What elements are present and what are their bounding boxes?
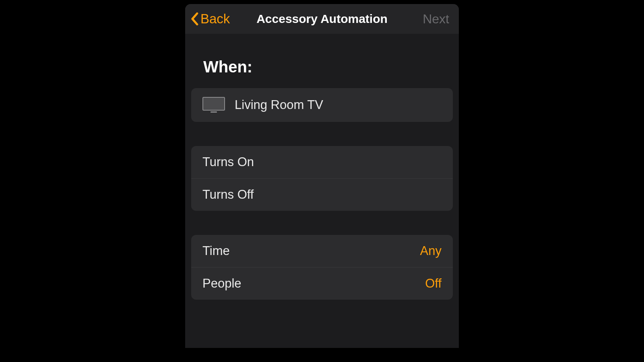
condition-time[interactable]: Time Any: [191, 235, 453, 267]
automation-modal: Back Accessory Automation Next When: Liv…: [185, 4, 459, 348]
tv-icon: [202, 97, 225, 113]
time-value: Any: [420, 244, 442, 258]
section-title: When:: [191, 34, 453, 88]
people-value: Off: [425, 276, 442, 291]
triggers-group: Turns On Turns Off: [191, 146, 453, 211]
chevron-left-icon: [190, 12, 199, 26]
nav-bar: Back Accessory Automation Next: [185, 4, 459, 34]
condition-people[interactable]: People Off: [191, 267, 453, 300]
svg-rect-1: [211, 111, 217, 113]
content-area: When: Living Room TV Turns On Turns Off: [185, 34, 459, 348]
accessory-name: Living Room TV: [235, 98, 442, 112]
back-label: Back: [200, 11, 230, 27]
trigger-off-label: Turns Off: [202, 187, 442, 202]
time-label: Time: [202, 244, 420, 258]
svg-rect-0: [203, 97, 225, 110]
trigger-turns-on[interactable]: Turns On: [191, 146, 453, 178]
trigger-turns-off[interactable]: Turns Off: [191, 178, 453, 211]
people-label: People: [202, 276, 425, 291]
trigger-on-label: Turns On: [202, 155, 442, 169]
accessory-group: Living Room TV: [191, 88, 453, 122]
back-button[interactable]: Back: [190, 11, 230, 27]
next-button[interactable]: Next: [423, 12, 449, 27]
page-title: Accessory Automation: [256, 12, 388, 26]
accessory-row[interactable]: Living Room TV: [191, 88, 453, 122]
conditions-group: Time Any People Off: [191, 235, 453, 300]
